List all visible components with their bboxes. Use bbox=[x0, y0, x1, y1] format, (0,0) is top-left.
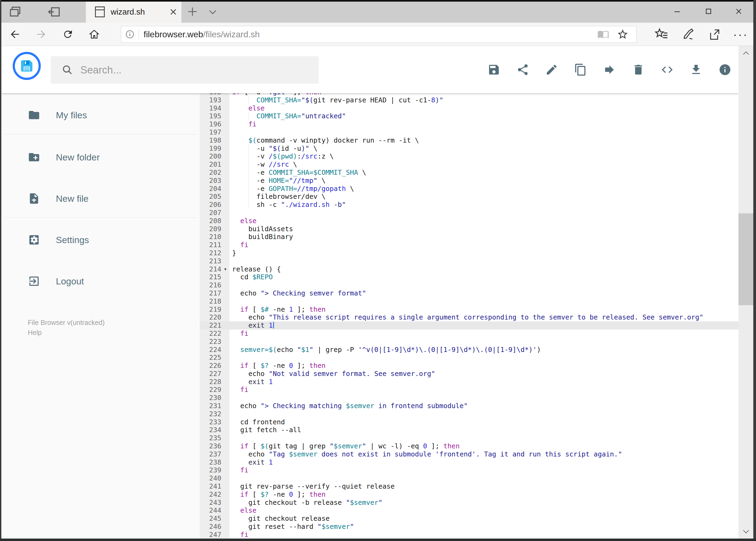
line-gutter[interactable]: 204 bbox=[200, 185, 229, 193]
sidebar-item-new-folder[interactable]: New folder bbox=[1, 150, 200, 165]
line-gutter[interactable]: 234 bbox=[200, 426, 229, 434]
line-gutter[interactable]: 201 bbox=[200, 161, 229, 169]
scroll-up-icon[interactable] bbox=[738, 46, 753, 61]
line-gutter[interactable]: 213 bbox=[200, 257, 229, 265]
line-gutter[interactable]: 223 bbox=[200, 337, 229, 346]
code-line[interactable]: 203 -e HOME="//tmp" \ bbox=[200, 177, 738, 185]
maximize-icon[interactable] bbox=[701, 4, 716, 19]
code-line[interactable]: 240 bbox=[200, 474, 738, 482]
line-gutter[interactable]: 205 bbox=[200, 193, 229, 201]
download-button[interactable] bbox=[690, 63, 702, 76]
code-line[interactable]: 208 else bbox=[200, 217, 738, 225]
search-box[interactable] bbox=[51, 56, 319, 84]
code-line[interactable]: 200 -v /$(pwd):/src:z \ bbox=[200, 152, 738, 161]
line-gutter[interactable]: 199 bbox=[200, 145, 229, 153]
line-gutter[interactable]: 220 bbox=[200, 313, 229, 321]
copy-button[interactable] bbox=[574, 63, 587, 76]
line-gutter[interactable]: 243 bbox=[200, 499, 229, 507]
code-line[interactable]: 227 echo "Not valid semver format. See s… bbox=[200, 370, 738, 378]
line-gutter[interactable]: 211 bbox=[200, 241, 229, 249]
code-line[interactable]: 212} bbox=[200, 249, 738, 257]
line-gutter[interactable]: 246 bbox=[200, 523, 229, 531]
code-line[interactable]: 235 bbox=[200, 434, 738, 442]
line-gutter[interactable]: 200 bbox=[200, 152, 229, 161]
code-line[interactable]: 213 bbox=[200, 257, 738, 265]
line-gutter[interactable]: 212 bbox=[200, 249, 229, 257]
line-gutter[interactable]: 241 bbox=[200, 482, 229, 490]
code-line[interactable]: 223 bbox=[200, 337, 738, 346]
line-gutter[interactable]: 238 bbox=[200, 458, 229, 466]
code-line[interactable]: 216 bbox=[200, 281, 738, 289]
code-line[interactable]: 225 bbox=[200, 353, 738, 362]
line-gutter[interactable]: 217 bbox=[200, 289, 229, 297]
code-line[interactable]: 239 fi bbox=[200, 466, 738, 474]
close-icon[interactable] bbox=[731, 4, 747, 19]
line-gutter[interactable]: 218 bbox=[200, 297, 229, 305]
line-gutter[interactable]: 192 bbox=[200, 93, 229, 96]
line-gutter[interactable]: 228 bbox=[200, 378, 229, 386]
line-gutter[interactable]: 242 bbox=[200, 490, 229, 499]
line-gutter[interactable]: 219 bbox=[200, 305, 229, 313]
line-gutter[interactable]: 231 bbox=[200, 402, 229, 410]
code-line[interactable]: 207 bbox=[200, 209, 738, 217]
code-line[interactable]: 245 git checkout release bbox=[200, 515, 738, 523]
line-gutter[interactable]: 193 bbox=[200, 96, 229, 104]
line-gutter[interactable]: 215 bbox=[200, 273, 229, 281]
scroll-down-icon[interactable] bbox=[738, 524, 753, 539]
page-scrollbar[interactable] bbox=[738, 46, 753, 539]
new-tab-icon[interactable] bbox=[186, 5, 199, 18]
line-gutter[interactable]: 244 bbox=[200, 506, 229, 515]
code-line[interactable]: 218 bbox=[200, 297, 738, 305]
line-gutter[interactable]: 196 bbox=[200, 120, 229, 128]
code-line[interactable]: 222 fi bbox=[200, 329, 738, 337]
line-gutter[interactable]: 216 bbox=[200, 281, 229, 289]
refresh-icon[interactable] bbox=[62, 28, 74, 41]
line-gutter[interactable]: 202 bbox=[200, 169, 229, 177]
favorite-star-icon[interactable] bbox=[617, 28, 629, 40]
line-gutter[interactable]: 210 bbox=[200, 233, 229, 241]
close-tab-icon[interactable] bbox=[167, 6, 179, 18]
tab-list-chevron-icon[interactable] bbox=[207, 7, 218, 17]
sidebar-item-new-file[interactable]: New file bbox=[1, 191, 200, 206]
line-gutter[interactable]: 214▾ bbox=[200, 265, 229, 273]
back-icon[interactable] bbox=[9, 28, 21, 41]
code-line[interactable]: 204 -e GOPATH=//tmp/gopath \ bbox=[200, 185, 738, 193]
code-line[interactable]: 232 bbox=[200, 410, 738, 418]
code-line[interactable]: 206 sh -c "./wizard.sh -b" bbox=[200, 201, 738, 209]
sidebar-item-logout[interactable]: Logout bbox=[1, 273, 200, 289]
line-gutter[interactable]: 206 bbox=[200, 201, 229, 209]
code-line[interactable]: 205 filebrowser/dev \ bbox=[200, 193, 738, 201]
line-gutter[interactable]: 194 bbox=[200, 104, 229, 112]
line-gutter[interactable]: 224 bbox=[200, 346, 229, 354]
code-line[interactable]: 234 git fetch --all bbox=[200, 426, 738, 434]
code-line[interactable]: 241 git rev-parse --verify --quiet relea… bbox=[200, 482, 738, 490]
annotate-icon[interactable] bbox=[681, 28, 695, 42]
line-gutter[interactable]: 198 bbox=[200, 136, 229, 145]
hub-icon[interactable] bbox=[654, 28, 668, 42]
code-line[interactable]: 194 else bbox=[200, 104, 738, 112]
more-icon[interactable]: ··· bbox=[733, 28, 747, 42]
filebrowser-logo[interactable] bbox=[13, 52, 41, 80]
line-gutter[interactable]: 232 bbox=[200, 410, 229, 418]
code-line[interactable]: 246 git reset --hard "$semver" bbox=[200, 523, 738, 531]
code-line[interactable]: 211 fi bbox=[200, 241, 738, 249]
code-line[interactable]: 242 if [ $? -ne 0 ]; then bbox=[200, 490, 738, 499]
sidebar-item-my-files[interactable]: My files bbox=[1, 108, 200, 123]
code-line[interactable]: 197 bbox=[200, 128, 738, 136]
code-line[interactable]: 220 echo "This release script requires a… bbox=[200, 313, 738, 321]
code-line[interactable]: 201 -w //src \ bbox=[200, 161, 738, 169]
line-gutter[interactable]: 233 bbox=[200, 418, 229, 426]
line-gutter[interactable]: 222 bbox=[200, 329, 229, 337]
line-gutter[interactable]: 236 bbox=[200, 442, 229, 450]
code-line[interactable]: 196 fi bbox=[200, 120, 738, 128]
line-gutter[interactable]: 207 bbox=[200, 209, 229, 217]
line-gutter[interactable]: 225 bbox=[200, 353, 229, 362]
rename-button[interactable] bbox=[545, 63, 558, 76]
delete-button[interactable] bbox=[632, 63, 645, 76]
share-icon[interactable] bbox=[708, 28, 722, 42]
line-gutter[interactable]: 230 bbox=[200, 394, 229, 402]
code-line[interactable]: 199 -u "$(id -u)" \ bbox=[200, 145, 738, 153]
code-line[interactable]: 247 fi bbox=[200, 531, 738, 539]
code-line[interactable]: 244 else bbox=[200, 506, 738, 515]
code-line[interactable]: 219 if [ $# -ne 1 ]; then bbox=[200, 305, 738, 313]
